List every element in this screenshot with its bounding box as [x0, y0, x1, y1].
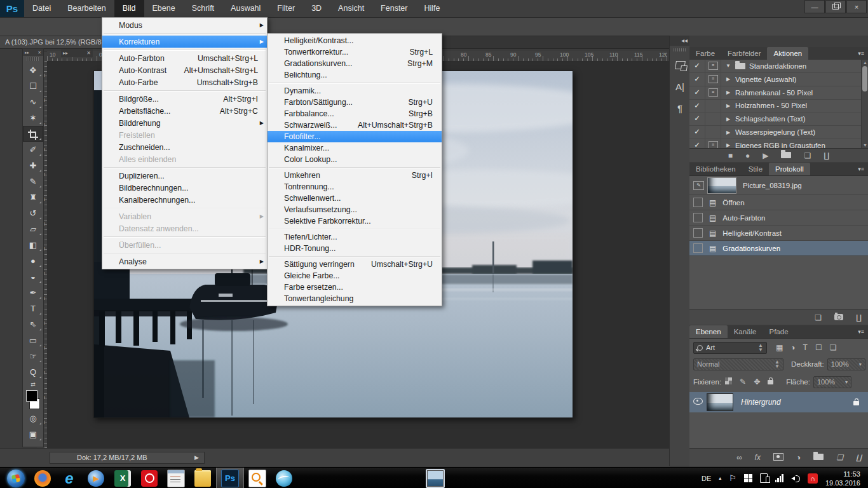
history-snapshot-row[interactable]: ✎ Picture_08319.jpg [689, 176, 868, 195]
excel-icon[interactable]: X [109, 468, 136, 488]
screen-mode-button[interactable]: ▣ [23, 426, 43, 442]
expand-arrow-icon[interactable] [721, 63, 735, 69]
action-row[interactable]: ✓ ≡ Rahmenkanal - 50 Pixel [689, 86, 868, 100]
history-state-row[interactable]: ▤ Auto-Farbton [689, 210, 868, 226]
filter-type-layers-icon[interactable]: T [803, 343, 808, 352]
action-row[interactable]: ✓ ≡ Vignette (Auswahl) [689, 73, 868, 86]
menu-item[interactable]: Tiefen/Lichter... ▶ [268, 231, 442, 243]
character-panel-icon[interactable]: A| [670, 76, 690, 97]
menu-item[interactable]: Schwarzweiß... Alt+Umschalt+Strg+B ▶ [268, 119, 442, 131]
lock-pixels-icon[interactable]: ✎ [740, 377, 746, 386]
stop-icon[interactable]: ■ [728, 151, 733, 160]
history-state-row[interactable]: ▤ Öffnen [689, 195, 868, 210]
panel-menu-icon[interactable]: ▾≡ [858, 163, 868, 175]
swap-colors-icon[interactable]: ⇄ [23, 380, 43, 389]
marquee-tool[interactable]: ☐ [23, 78, 43, 94]
panel-tab[interactable]: Farbfelder [721, 47, 767, 60]
menu-item[interactable]: Variablen ▶ [102, 210, 267, 222]
blend-mode-select[interactable]: Normal ▲▼ [693, 358, 783, 370]
collapse-chevrons-icon[interactable]: ▸▸ [25, 50, 29, 55]
menu-item[interactable]: Zuschneiden... ▶ [102, 141, 267, 153]
scrollbar-thumb[interactable] [862, 66, 867, 92]
history-brush-tool[interactable]: ↺ [23, 205, 43, 221]
panel-tab[interactable]: Ebenen [689, 325, 728, 338]
action-row[interactable]: ✓ ≡ Holzrahmen - 50 Pixel [689, 100, 868, 113]
menu-item[interactable]: Duplizieren... ▶ [102, 170, 267, 182]
language-indicator[interactable]: DE [702, 475, 711, 482]
photo-viewer-icon[interactable] [422, 468, 449, 488]
menubar-item[interactable]: Filter [269, 0, 303, 17]
new-action-icon[interactable]: ❏ [804, 151, 811, 160]
close-icon[interactable]: ✕ [37, 50, 41, 55]
expand-arrow-icon[interactable] [721, 103, 735, 109]
menu-item[interactable]: Gleiche Farbe... ▶ [268, 270, 442, 281]
menu-item[interactable]: Korrekturen ▶ [102, 36, 267, 48]
history-source-checkbox[interactable] [693, 198, 703, 207]
menubar-item[interactable]: Ansicht [330, 0, 372, 17]
menu-item[interactable]: Gradationskurven... Strg+M ▶ [268, 58, 442, 69]
delete-action-icon[interactable]: ∐ [824, 151, 829, 160]
anyconnect-globe-icon[interactable] [271, 468, 297, 488]
history-state-row[interactable]: ▤ Gradationskurven [689, 241, 868, 256]
menu-item[interactable]: Auto-Farbton Umschalt+Strg+L ▶ [102, 52, 267, 64]
mini-panel-header[interactable]: ▸▸ ✕ [61, 49, 93, 57]
filter-shape-layers-icon[interactable]: ☐ [815, 343, 822, 352]
avira-icon[interactable]: ∩ [808, 473, 818, 484]
lasso-tool[interactable]: ∿ [23, 94, 43, 110]
actions-scrollbar[interactable]: ▲ ▼ [861, 60, 868, 148]
history-brush-source-icon[interactable]: ✎ [693, 181, 704, 190]
fill-field[interactable]: 100% ▾ [813, 376, 851, 388]
new-document-from-state-icon[interactable]: ❏ [815, 313, 822, 322]
action-enabled-checkbox[interactable]: ✓ [689, 100, 705, 112]
layer-thumbnail[interactable] [707, 393, 733, 411]
action-row[interactable]: ✓ ≡ Schlagschatten (Text) [689, 112, 868, 126]
action-enabled-checkbox[interactable]: ✓ [689, 86, 705, 99]
minimize-button[interactable]: — [804, 0, 825, 13]
photoshop-icon[interactable]: Ps [216, 468, 244, 488]
volume-icon[interactable] [791, 475, 800, 482]
action-enabled-checkbox[interactable]: ✓ [689, 60, 705, 72]
status-arrow-icon[interactable]: ▶ [194, 452, 199, 463]
menubar-item[interactable]: Auswahl [222, 0, 269, 17]
layer-filter-select[interactable]: Art ▲▼ [693, 342, 767, 354]
path-selection-tool[interactable]: ⇖ [23, 316, 43, 332]
menubar-item[interactable]: Schrift [184, 0, 222, 17]
panel-menu-icon[interactable]: ▾≡ [858, 47, 868, 60]
record-icon[interactable]: ● [745, 151, 750, 160]
menu-item[interactable]: Farbbalance... Strg+B ▶ [268, 108, 442, 119]
menubar-item[interactable]: Hilfe [416, 0, 449, 17]
menu-item[interactable]: Dynamik... ▶ [268, 85, 442, 97]
new-snapshot-icon[interactable] [834, 313, 843, 322]
menubar-item[interactable]: Bearbeiten [59, 0, 114, 17]
menubar-item[interactable]: Fenster [372, 0, 416, 17]
panel-tab[interactable]: Kanäle [728, 325, 763, 338]
menu-item[interactable]: Bildgröße... Alt+Strg+I ▶ [102, 93, 267, 105]
action-enabled-checkbox[interactable]: ✓ [689, 73, 705, 86]
menu-item[interactable]: Tonwertangleichung ▶ [268, 293, 442, 304]
close-icon[interactable]: ✕ [86, 50, 91, 56]
eraser-tool[interactable]: ▱ [23, 221, 43, 237]
blur-tool[interactable]: ● [23, 253, 43, 269]
pen-tool[interactable]: ✒ [23, 285, 43, 301]
explorer-folder-icon[interactable] [189, 468, 216, 488]
lock-transparency-icon[interactable] [725, 377, 732, 386]
windows-update-icon[interactable] [744, 474, 752, 482]
action-dialog-toggle[interactable]: ≡ [705, 86, 721, 99]
delete-layer-icon[interactable]: ∐ [856, 453, 862, 463]
menubar-item[interactable]: Datei [24, 0, 59, 17]
menu-item[interactable]: Umkehren Strg+I ▶ [268, 170, 442, 181]
menu-item[interactable]: Arbeitsfläche... Alt+Strg+C ▶ [102, 105, 267, 117]
menu-item[interactable]: Bilddrehung ▶ [102, 117, 267, 129]
menu-item[interactable]: Auto-Kontrast Alt+Umschalt+Strg+L ▶ [102, 64, 267, 76]
shape-tool[interactable]: ▭ [23, 332, 43, 348]
brush-tool[interactable]: ✎ [23, 173, 43, 189]
panel-tab[interactable]: Aktionen [767, 47, 808, 60]
action-enabled-checkbox[interactable]: ✓ [689, 126, 705, 139]
hand-tool[interactable]: ☞ [23, 348, 43, 364]
media-player-icon[interactable]: ▶ [83, 468, 109, 488]
adjustment-layer-icon[interactable]: ◑ [796, 453, 801, 463]
opacity-field[interactable]: 100% ▾ [827, 358, 865, 370]
panel-tab[interactable]: Farbe [689, 47, 721, 60]
expand-arrow-icon[interactable] [721, 76, 735, 82]
zoom-tool[interactable]: Q [23, 364, 43, 380]
